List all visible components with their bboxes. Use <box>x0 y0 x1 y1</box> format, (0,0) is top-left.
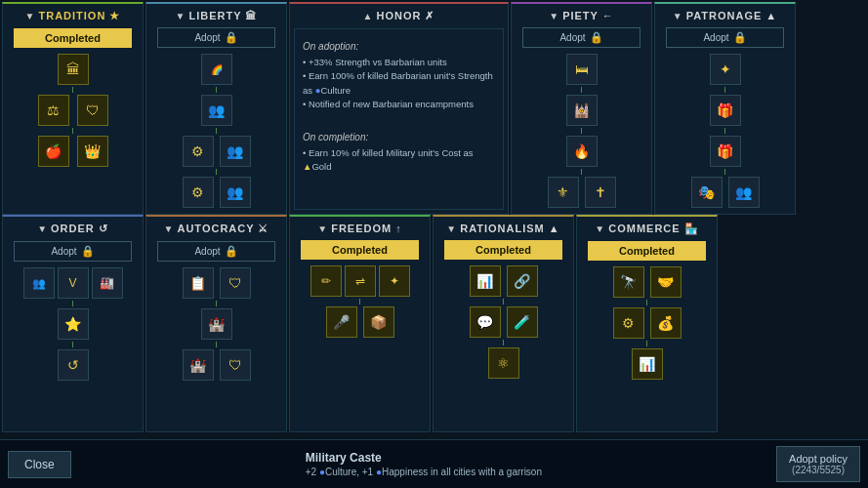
honor-on-adoption-1: • +33% Strength vs Barbarian units <box>303 56 495 69</box>
rationalism-header: ▼ RATIONALISM ▲ <box>437 221 569 236</box>
rationalism-title: RATIONALISM ▲ <box>460 223 560 234</box>
order-adopt-btn[interactable]: Adopt 🔒 <box>14 241 133 262</box>
liberty-lock-icon: 🔒 <box>225 31 238 44</box>
autocracy-icon-tree: 📋 🛡 🏰 🏰 🛡 <box>150 267 282 381</box>
freedom-panel: ▼ FREEDOM ↑ Completed ✏ ⇌ ✦ 🎤 📦 <box>289 215 431 432</box>
adopt-policy-cost: (2243/5525) <box>789 465 847 475</box>
autocracy-lock-icon: 🔒 <box>225 245 238 258</box>
liberty-icon-2: 👥 <box>201 95 232 126</box>
autocracy-icon-5: 🛡 <box>220 349 251 381</box>
tradition-title: TRADITION ★ <box>38 10 120 22</box>
autocracy-adopt-btn[interactable]: Adopt 🔒 <box>157 241 276 262</box>
commerce-title: COMMERCE 🏪 <box>608 223 698 235</box>
liberty-adopt-label: Adopt <box>194 32 220 43</box>
patronage-icon-tree: ✦ 🎁 🎁 🎭 👥 <box>659 54 791 208</box>
order-lock-icon: 🔒 <box>81 245 95 258</box>
tradition-completed-btn[interactable]: Completed <box>14 28 133 48</box>
autocracy-icon-2: 🛡 <box>220 267 251 299</box>
piety-adopt-btn[interactable]: Adopt 🔒 <box>522 27 641 48</box>
order-icon-2: V <box>58 267 89 299</box>
freedom-completed-btn[interactable]: Completed <box>301 240 420 260</box>
liberty-icon-6: 👥 <box>220 177 251 208</box>
commerce-icon-4: 💰 <box>650 307 682 339</box>
patronage-panel: ▼ PATRONAGE ▲ Adopt 🔒 ✦ 🎁 🎁 🎭 👥 <box>654 2 796 215</box>
liberty-icon-5: ⚙ <box>183 177 214 208</box>
patronage-icon-4: 🎭 <box>691 177 723 208</box>
honor-title: HONOR ✗ <box>376 10 434 22</box>
adopt-policy-button[interactable]: Adopt policy (2243/5525) <box>776 446 860 482</box>
piety-icon-tree: 🛏 🕍 🔥 ⚜ ✝ <box>516 54 647 208</box>
close-button[interactable]: Close <box>8 451 71 478</box>
order-icon-3: 🏭 <box>92 267 123 299</box>
rationalism-completed-btn[interactable]: Completed <box>444 240 563 260</box>
policy-desc: +2 ●Culture, +1 ●Happiness in all cities… <box>306 467 542 477</box>
rationalism-arrow: ▼ <box>446 224 456 234</box>
autocracy-adopt-label: Adopt <box>194 246 220 257</box>
autocracy-title: AUTOCRACY ⚔ <box>177 223 269 235</box>
rationalism-icon-tree: 📊 🔗 💬 🧪 ⚛ <box>437 265 569 379</box>
freedom-arrow: ▼ <box>317 224 327 234</box>
freedom-icon-5: 📦 <box>363 306 394 338</box>
tradition-icon-5: 👑 <box>77 136 108 167</box>
patronage-header: ▼ PATRONAGE ▲ <box>659 8 791 23</box>
commerce-icon-5: 📊 <box>632 348 663 380</box>
liberty-panel: ▼ LIBERTY 🏛 Adopt 🔒 🌈 👥 ⚙ 👥 ⚙ 👥 <box>145 2 287 215</box>
liberty-header: ▼ LIBERTY 🏛 <box>150 8 282 23</box>
honor-on-adoption-2: • Earn 100% of killed Barbarian unit's S… <box>303 69 495 98</box>
tradition-header: ▼ TRADITION ★ <box>7 8 139 24</box>
order-header: ▼ ORDER ↺ <box>7 221 139 237</box>
patronage-title: PATRONAGE ▲ <box>686 10 778 21</box>
honor-panel: ▲ HONOR ✗ On adoption: • +33% Strength v… <box>289 2 509 215</box>
tradition-icon-4: 🍎 <box>38 136 69 167</box>
piety-panel: ▼ PIETY ← Adopt 🔒 🛏 🕍 🔥 ⚜ ✝ <box>511 2 652 215</box>
order-title: ORDER ↺ <box>51 223 108 235</box>
piety-lock-icon: 🔒 <box>590 31 603 44</box>
freedom-icon-2: ⇌ <box>345 265 376 297</box>
honor-on-completion-1: • Earn 10% of killed Military unit's Cos… <box>303 146 495 175</box>
honor-arrow: ▲ <box>363 11 373 21</box>
rationalism-panel: ▼ RATIONALISM ▲ Completed 📊 🔗 💬 🧪 ⚛ <box>433 215 574 432</box>
honor-info: On adoption: • +33% Strength vs Barbaria… <box>294 28 504 210</box>
patronage-icon-3: 🎁 <box>710 136 741 167</box>
autocracy-icon-1: 📋 <box>183 267 214 299</box>
honor-header: ▲ HONOR ✗ <box>294 8 504 24</box>
commerce-icon-3: ⚙ <box>613 307 644 339</box>
commerce-icon-1: 🔭 <box>613 266 644 298</box>
adopt-policy-label: Adopt policy <box>789 453 847 465</box>
bottom-bar: Close Military Caste +2 ●Culture, +1 ●Ha… <box>0 439 868 488</box>
liberty-adopt-btn[interactable]: Adopt 🔒 <box>157 27 276 48</box>
patronage-adopt-label: Adopt <box>703 32 728 43</box>
honor-on-adoption-3: • Notified of new Barbarian encampments <box>303 98 495 111</box>
freedom-icon-4: 🎤 <box>326 306 357 338</box>
liberty-icon-4: 👥 <box>220 136 251 167</box>
freedom-header: ▼ FREEDOM ↑ <box>294 221 426 236</box>
tradition-panel: ▼ TRADITION ★ Completed 🏛 ⚖ 🛡 🍎 👑 <box>2 2 144 215</box>
freedom-title: FREEDOM ↑ <box>331 223 402 234</box>
liberty-icon-1: 🌈 <box>201 54 232 85</box>
commerce-header: ▼ COMMERCE 🏪 <box>581 221 713 237</box>
freedom-icon-tree: ✏ ⇌ ✦ 🎤 📦 <box>294 265 426 338</box>
rationalism-icon-4: 🧪 <box>507 306 538 338</box>
tradition-icon-2: ⚖ <box>38 95 69 126</box>
commerce-completed-btn[interactable]: Completed <box>588 241 707 261</box>
autocracy-header: ▼ AUTOCRACY ⚔ <box>150 221 282 237</box>
commerce-icon-2: 🤝 <box>650 266 682 298</box>
patronage-lock-icon: 🔒 <box>733 31 747 44</box>
tradition-arrow: ▼ <box>25 11 35 21</box>
autocracy-icon-4: 🏰 <box>183 349 214 381</box>
commerce-icon-tree: 🔭 🤝 ⚙ 💰 📊 <box>581 266 713 380</box>
order-adopt-label: Adopt <box>51 246 76 257</box>
patronage-arrow: ▼ <box>673 11 682 21</box>
freedom-icon-1: ✏ <box>310 265 342 297</box>
honor-on-adoption-title: On adoption: <box>303 39 495 54</box>
patronage-adopt-btn[interactable]: Adopt 🔒 <box>666 27 785 48</box>
rationalism-icon-1: 📊 <box>470 265 501 297</box>
piety-icon-1: 🛏 <box>566 54 598 85</box>
commerce-panel: ▼ COMMERCE 🏪 Completed 🔭 🤝 ⚙ 💰 📊 <box>576 215 718 432</box>
piety-arrow: ▼ <box>549 11 558 21</box>
liberty-icon-tree: 🌈 👥 ⚙ 👥 ⚙ 👥 <box>150 54 282 208</box>
liberty-arrow: ▼ <box>176 11 186 21</box>
tradition-icon-1: 🏛 <box>58 54 89 85</box>
autocracy-arrow: ▼ <box>164 224 174 234</box>
piety-icon-2: 🕍 <box>566 95 598 126</box>
